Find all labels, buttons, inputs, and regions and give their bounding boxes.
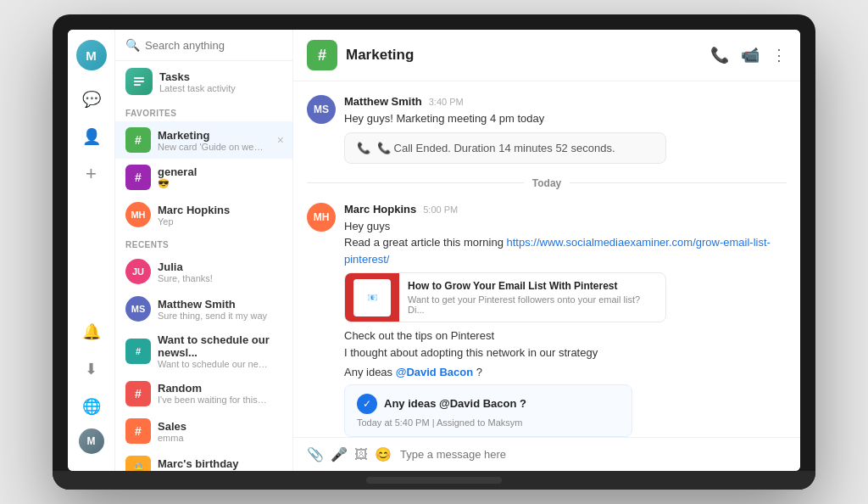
- marc-msg-mention: Any ideas @David Bacon ?: [344, 364, 787, 381]
- bell-icon: 🔔: [82, 322, 101, 341]
- bottom-user-avatar[interactable]: M: [79, 428, 104, 454]
- sidebar-item-marcs-birthday[interactable]: 🔒 Marc's birthday Marc's birthday coming…: [115, 450, 292, 471]
- task-card-icon: ✓: [357, 394, 377, 414]
- attachment-icon[interactable]: 📎: [307, 446, 324, 462]
- article-thumbnail: 📧: [345, 273, 399, 322]
- sidebar-icons: M 💬 👤 + 🔔 ⬇ 🌐 M: [68, 30, 115, 471]
- main-chat: # Marketing 📞 📹 ⋮ MS Matthew Smith 3:40: [293, 30, 800, 471]
- chat-icon: 💬: [82, 90, 101, 109]
- bell-nav-button[interactable]: 🔔: [76, 316, 107, 347]
- download-nav-button[interactable]: ⬇: [76, 354, 107, 384]
- task-card-meta: Today at 5:40 PM | Assigned to Maksym: [357, 417, 620, 428]
- birthday-icon: 🔒: [125, 456, 151, 471]
- header-actions: 📞 📹 ⋮: [710, 46, 787, 64]
- marc-item-text: Marc Hopkins Yep: [158, 204, 230, 227]
- microphone-icon[interactable]: 🎤: [331, 446, 348, 462]
- today-label: Today: [532, 177, 561, 189]
- more-options-button[interactable]: ⋮: [771, 46, 787, 64]
- search-input[interactable]: [145, 39, 282, 52]
- laptop-base: [53, 471, 815, 490]
- matthew-avatar: MS: [125, 296, 151, 322]
- sidebar-item-julia[interactable]: JU Julia Sure, thanks!: [115, 253, 292, 290]
- article-title: How to Grow Your Email List With Pintere…: [408, 280, 657, 292]
- svg-rect-2: [134, 84, 141, 86]
- globe-nav-button[interactable]: 🌐: [76, 391, 107, 422]
- phone-button[interactable]: 📞: [710, 46, 729, 64]
- marc-msg-time: 5:00 PM: [423, 204, 458, 215]
- newsletter-icon: #: [125, 339, 151, 364]
- sales-icon: #: [125, 418, 151, 444]
- message-marc: MH Marc Hopkins 5:00 PM Hey guys Read a …: [307, 203, 787, 437]
- video-button[interactable]: 📹: [741, 46, 760, 64]
- marc-msg-line3: Check out the tips on Pinterest: [344, 328, 787, 344]
- matthew-msg-avatar: MS: [307, 95, 336, 124]
- marc-msg-name: Marc Hopkins: [344, 203, 416, 216]
- task-card-title: Any ideas @David Bacon ?: [384, 397, 526, 410]
- sidebar-item-general[interactable]: # general 😎: [115, 159, 292, 196]
- sidebar-item-newsletter[interactable]: # Want to schedule our newsl... Want to …: [115, 328, 292, 375]
- marc-msg-line4: I thought about adopting this network in…: [344, 344, 787, 361]
- sidebar-item-sales[interactable]: # Sales emma: [115, 412, 292, 450]
- image-icon[interactable]: 🖼: [354, 447, 368, 462]
- marc-msg-line1: Hey guys: [344, 218, 787, 235]
- emoji-icon[interactable]: 😊: [375, 446, 392, 462]
- marketing-item-text: Marketing New card 'Guide on website o..…: [158, 129, 268, 152]
- sidebar-item-marc-hopkins[interactable]: MH Marc Hopkins Yep: [115, 196, 292, 233]
- sidebar-list: 🔍 Tasks Latest task activity F: [115, 30, 293, 471]
- contacts-nav-button[interactable]: 👤: [76, 121, 107, 152]
- task-card: ✓ Any ideas @David Bacon ? Today at 5:40…: [344, 384, 632, 437]
- julia-avatar: JU: [125, 259, 151, 284]
- general-item-text: general 😎: [158, 165, 197, 189]
- contacts-icon: 👤: [82, 127, 101, 146]
- sidebar-item-random[interactable]: # Random I've been waiting for this 😀: [115, 375, 292, 412]
- tasks-icon: [125, 68, 153, 95]
- svg-rect-0: [134, 77, 144, 79]
- tasks-item[interactable]: Tasks Latest task activity: [115, 61, 292, 102]
- today-divider: Today: [307, 177, 787, 189]
- general-channel-icon: #: [125, 165, 151, 190]
- search-icon: 🔍: [125, 38, 140, 52]
- message-input[interactable]: [400, 448, 787, 461]
- user-avatar[interactable]: M: [76, 40, 107, 70]
- favorites-header: FAVORITES: [115, 102, 292, 121]
- add-nav-button[interactable]: +: [76, 159, 107, 189]
- call-ended-box: 📞 📞 Call Ended. Duration 14 minutes 52 s…: [344, 132, 666, 164]
- marketing-close-button[interactable]: ×: [277, 133, 284, 147]
- chat-input-area: 📎 🎤 🖼 😊: [293, 437, 800, 471]
- globe-icon: 🌐: [82, 397, 101, 416]
- sidebar-item-marketing[interactable]: # Marketing New card 'Guide on website o…: [115, 121, 292, 159]
- channel-icon-main: #: [307, 40, 337, 70]
- chat-input-icons: 📎 🎤 🖼 😊: [307, 446, 392, 462]
- tasks-subtitle: Latest task activity: [159, 83, 236, 93]
- matthew-msg-text: Hey guys! Marketing meeting 4 pm today: [344, 110, 787, 127]
- recents-header: RECENTS: [115, 233, 292, 253]
- matthew-msg-name: Matthew Smith: [344, 95, 422, 108]
- matthew-msg-time: 3:40 PM: [429, 97, 464, 107]
- svg-rect-1: [134, 81, 144, 82]
- marketing-channel-icon: #: [125, 127, 151, 153]
- chat-messages: MS Matthew Smith 3:40 PM Hey guys! Marke…: [293, 81, 800, 437]
- tasks-text: Tasks Latest task activity: [159, 70, 236, 93]
- chat-title: Marketing: [346, 47, 702, 64]
- add-icon: +: [86, 163, 97, 185]
- download-icon: ⬇: [85, 360, 97, 378]
- screen: M 💬 👤 + 🔔 ⬇ 🌐 M �: [68, 30, 800, 471]
- marc-avatar: MH: [125, 202, 151, 227]
- laptop-frame: M 💬 👤 + 🔔 ⬇ 🌐 M �: [53, 14, 815, 490]
- message-matthew: MS Matthew Smith 3:40 PM Hey guys! Marke…: [307, 95, 787, 164]
- mention-david: @David Bacon: [396, 366, 473, 378]
- call-ended-text: 📞 Call Ended. Duration 14 minutes 52 sec…: [377, 142, 615, 154]
- article-desc: Want to get your Pinterest followers ont…: [408, 294, 657, 315]
- marc-msg-avatar: MH: [307, 203, 336, 232]
- article-link[interactable]: https://www.socialmediaexaminer.com/grow…: [344, 236, 771, 266]
- chat-header: # Marketing 📞 📹 ⋮: [293, 30, 800, 81]
- sidebar-item-matthew-smith[interactable]: MS Matthew Smith Sure thing, send it my …: [115, 290, 292, 328]
- marc-msg-line2: Read a great article this morning https:…: [344, 234, 787, 267]
- article-card[interactable]: 📧 How to Grow Your Email List With Pinte…: [344, 272, 666, 322]
- search-bar: 🔍: [115, 30, 292, 61]
- chat-nav-button[interactable]: 💬: [76, 84, 107, 115]
- call-icon: 📞: [357, 142, 370, 154]
- random-icon: #: [125, 381, 151, 406]
- tasks-title: Tasks: [159, 70, 236, 83]
